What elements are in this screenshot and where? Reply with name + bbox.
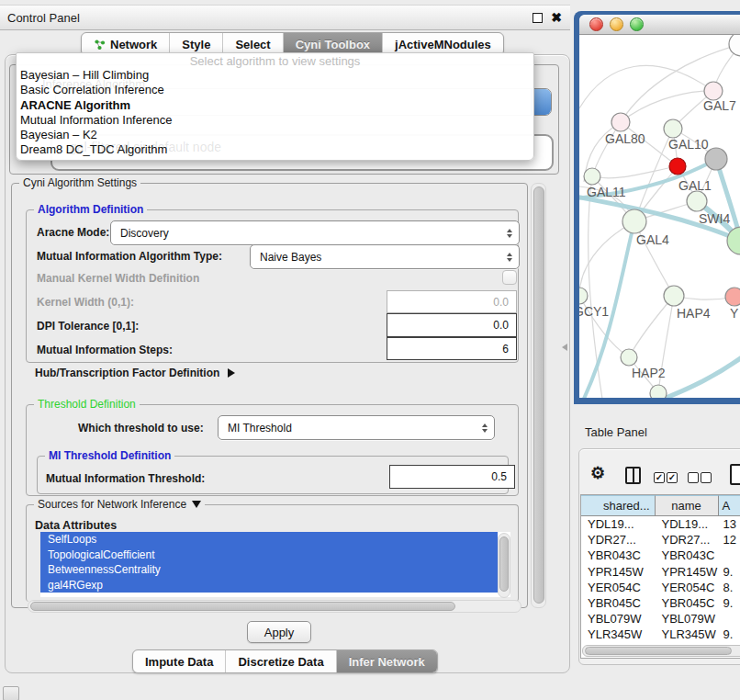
- network-node-hap2[interactable]: [621, 349, 637, 366]
- mi-threshold-label: Mutual Information Threshold:: [46, 472, 205, 485]
- node-label: SWI4: [699, 211, 730, 226]
- table-cell: 13: [719, 517, 740, 531]
- table-row[interactable]: YPR145WYPR145W9.: [581, 564, 740, 580]
- mi-type-select[interactable]: Naive Bayes: [250, 244, 520, 269]
- checkbox-unchecked-icon[interactable]: [701, 472, 712, 483]
- network-edge[interactable]: [589, 176, 602, 398]
- node-label: GAL4: [636, 232, 669, 247]
- network-node-gal10[interactable]: [664, 119, 682, 138]
- window-close-button[interactable]: [589, 17, 603, 31]
- attribute-item[interactable]: gal4RGexp: [40, 578, 498, 593]
- network-edge[interactable]: [621, 91, 713, 122]
- table-row[interactable]: YBR045CYBR045C9.: [581, 595, 740, 611]
- column-header[interactable]: shared...: [581, 495, 656, 515]
- window-zoom-button[interactable]: [630, 17, 644, 31]
- network-window-titlebar[interactable]: [579, 15, 740, 35]
- table-cell: YPR145W: [656, 565, 719, 579]
- group-title: Threshold Definition: [34, 398, 140, 411]
- network-node[interactable]: [729, 35, 740, 56]
- page-icon[interactable]: [730, 464, 740, 485]
- table-row[interactable]: YDL19...YDL19...13: [581, 516, 740, 532]
- window-minimize-button[interactable]: [610, 17, 623, 31]
- algorithm-option[interactable]: ARACNE Algorithm: [17, 98, 533, 113]
- table-cell: YLR345W: [656, 627, 719, 641]
- network-node-gcy1[interactable]: [579, 288, 588, 304]
- table-cell: YBR043C: [656, 548, 719, 562]
- gear-icon[interactable]: ⚙: [590, 464, 605, 482]
- splitter-handle[interactable]: [562, 344, 567, 351]
- network-edge-highlighted[interactable]: [655, 347, 740, 398]
- group-title: Algorithm Definition: [34, 203, 147, 216]
- mi-threshold-field[interactable]: 0.5: [389, 465, 515, 489]
- algorithm-option[interactable]: Basic Correlation Inference: [17, 83, 533, 97]
- data-attributes-label: Data Attributes: [35, 519, 117, 532]
- checkbox-checked-icon[interactable]: ✓: [667, 472, 678, 483]
- dock-panel-icon[interactable]: [3, 686, 19, 700]
- aracne-mode-select[interactable]: Discovery: [110, 220, 520, 245]
- network-canvas[interactable]: GAL7GAL80GAL10GAL1GAL11SWI4GAL4GCY1HAP4Y…: [579, 35, 740, 398]
- kernel-width-field[interactable]: 0.0: [387, 290, 517, 313]
- columns-icon[interactable]: [625, 467, 641, 484]
- node-label: Y: [730, 306, 739, 321]
- table-cell: YDR27...: [656, 533, 719, 547]
- data-attributes-list: SelfLoopsTopologicalCoefficientBetweenne…: [40, 532, 510, 597]
- selected-value: MI Threshold: [228, 422, 292, 435]
- table-row[interactable]: YBL079WYBL079W: [581, 611, 740, 627]
- algorithm-option[interactable]: Mutual Information Inference: [17, 113, 533, 128]
- settings-hscrollbar[interactable]: [28, 600, 521, 613]
- checkbox-unchecked-icon[interactable]: [688, 472, 699, 483]
- mi-type-label: Mutual Information Algorithm Type:: [37, 250, 222, 263]
- network-node-gal11[interactable]: [584, 168, 600, 185]
- table-row[interactable]: YBR043CYBR043C: [581, 548, 740, 563]
- column-header[interactable]: A: [719, 495, 740, 515]
- manual-kernel-checkbox[interactable]: [502, 270, 517, 285]
- network-node-swi4[interactable]: [687, 191, 707, 211]
- algorithm-option[interactable]: Bayesian – Hill Climbing: [17, 68, 533, 83]
- algorithm-option[interactable]: Dream8 DC_TDC Algorithm: [17, 142, 533, 157]
- network-node-y[interactable]: [725, 288, 740, 306]
- network-node-gal7[interactable]: [704, 82, 723, 100]
- network-graph[interactable]: GAL7GAL80GAL10GAL1GAL11SWI4GAL4GCY1HAP4Y…: [579, 35, 740, 398]
- which-threshold-select[interactable]: MI Threshold: [218, 415, 495, 440]
- tab-label: jActiveMNodules: [395, 38, 491, 51]
- column-header[interactable]: name: [656, 495, 719, 515]
- settings-vscrollbar[interactable]: [531, 183, 546, 608]
- table-row[interactable]: YDR27...YDR27...12: [581, 532, 740, 548]
- dpi-tolerance-field[interactable]: 0.0: [387, 313, 517, 337]
- apply-button[interactable]: Apply: [247, 621, 311, 643]
- table-cell: YER054C: [656, 581, 719, 594]
- attribute-item[interactable]: TopologicalCoefficient: [40, 548, 498, 563]
- table-cell: YBR045C: [581, 596, 656, 610]
- attribute-item[interactable]: BetweennessCentrality: [40, 562, 498, 578]
- tab-infer-network[interactable]: Infer Network: [337, 650, 437, 672]
- tab-discretize-data[interactable]: Discretize Data: [226, 650, 336, 672]
- sources-toggle[interactable]: Sources for Network Inference: [34, 498, 205, 511]
- network-node-hap4[interactable]: [664, 286, 684, 306]
- network-edge[interactable]: [579, 65, 713, 108]
- node-label: HAP4: [677, 306, 711, 321]
- table-hscrollbar[interactable]: [582, 645, 740, 657]
- table-cell: YDL19...: [581, 517, 656, 531]
- attributes-list-scrollbar[interactable]: [498, 533, 510, 598]
- table-row[interactable]: YER054CYER054C8.: [581, 580, 740, 595]
- tab-impute-data[interactable]: Impute Data: [133, 650, 226, 672]
- network-node-gal4[interactable]: [622, 209, 646, 233]
- float-window-icon[interactable]: [533, 13, 543, 23]
- table-body: YDL19...YDL19...13YDR27...YDR27...12YBR0…: [581, 516, 740, 645]
- network-node[interactable]: [705, 148, 727, 170]
- table-cell: 9.: [719, 627, 740, 641]
- table-row[interactable]: YLR345WYLR345W9.: [581, 627, 740, 642]
- network-node-gal80[interactable]: [611, 113, 630, 131]
- attribute-item[interactable]: SelfLoops: [40, 532, 498, 548]
- algorithm-option[interactable]: Bayesian – K2: [17, 128, 533, 142]
- close-icon[interactable]: ✖: [551, 9, 562, 26]
- hub-definition-toggle[interactable]: Hub/Transcription Factor Definition: [35, 367, 235, 379]
- network-node[interactable]: [650, 385, 667, 398]
- checkbox-checked-icon[interactable]: ✓: [654, 472, 665, 483]
- collapse-triangle-icon[interactable]: [192, 501, 201, 508]
- network-edge[interactable]: [592, 166, 678, 178]
- network-edge[interactable]: [629, 296, 674, 357]
- network-node-gal1[interactable]: [669, 158, 686, 175]
- mi-steps-field[interactable]: 6: [387, 337, 517, 360]
- expand-triangle-icon[interactable]: [228, 368, 235, 378]
